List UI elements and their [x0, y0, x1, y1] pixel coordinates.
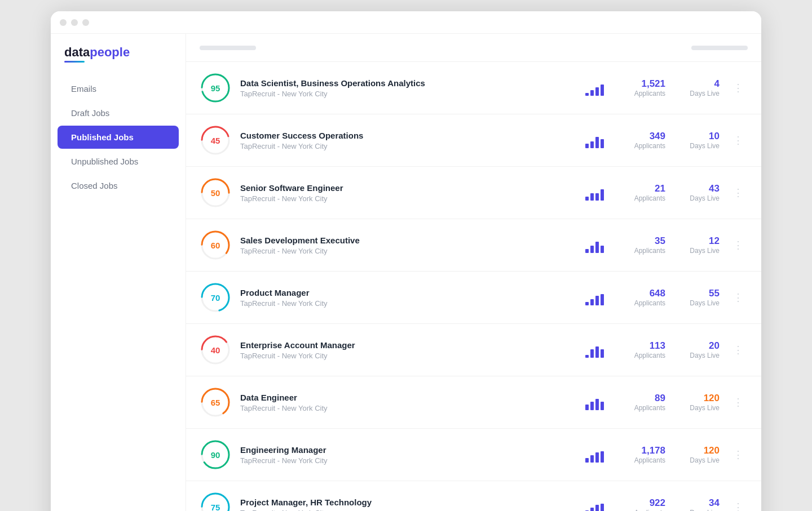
svg-rect-34	[595, 346, 599, 358]
job-row[interactable]: 45 Customer Success Operations TapRecrui…	[186, 114, 761, 167]
job-info: Senior Software Engineer TapRecruit - Ne…	[240, 183, 576, 203]
svg-rect-21	[590, 246, 594, 253]
days-count: 4	[674, 78, 720, 90]
chart-icon	[585, 447, 606, 463]
content-header	[186, 34, 761, 62]
jobs-list: 95 Data Scientist, Business Operations A…	[186, 62, 761, 511]
score-number: 95	[200, 72, 231, 104]
applicants-count: 35	[615, 235, 665, 247]
job-row[interactable]: 95 Data Scientist, Business Operations A…	[186, 62, 761, 114]
score-circle: 65	[200, 386, 231, 418]
days-count: 10	[674, 131, 720, 142]
title-bar-dot-3	[82, 19, 89, 26]
sidebar-item-emails[interactable]: Emails	[58, 77, 179, 100]
days-count: 20	[674, 340, 720, 352]
svg-rect-10	[595, 137, 599, 148]
logo-text: datapeople	[64, 45, 172, 60]
svg-rect-46	[595, 452, 599, 463]
job-info: Project Manager, HR Technology TapRecrui…	[240, 497, 576, 512]
sidebar-item-closed-jobs[interactable]: Closed Jobs	[58, 174, 179, 197]
menu-dots[interactable]: ⋮	[729, 79, 748, 96]
sidebar-item-draft-jobs[interactable]: Draft Jobs	[58, 101, 179, 125]
chart-icon	[585, 80, 606, 96]
chart-icon	[585, 499, 606, 511]
job-company: TapRecruit - New York City	[240, 352, 576, 360]
svg-rect-29	[601, 294, 604, 305]
job-info: Sales Development Executive TapRecruit -…	[240, 235, 576, 255]
svg-rect-26	[585, 302, 589, 305]
svg-rect-15	[590, 193, 594, 201]
menu-dots[interactable]: ⋮	[729, 499, 748, 511]
score-number: 45	[200, 125, 231, 156]
menu-dots[interactable]: ⋮	[729, 184, 748, 201]
days-col: 12 Days Live	[674, 235, 720, 255]
search-bar-placeholder	[200, 46, 256, 50]
days-count: 34	[674, 497, 720, 509]
score-circle: 95	[200, 72, 231, 104]
title-bar-dot-2	[71, 19, 78, 26]
job-info: Customer Success Operations TapRecruit -…	[240, 131, 576, 150]
days-label: Days Live	[674, 247, 720, 255]
job-company: TapRecruit - New York City	[240, 456, 576, 465]
svg-rect-33	[590, 349, 594, 358]
job-row[interactable]: 40 Enterprise Account Manager TapRecruit…	[186, 324, 761, 376]
logo: datapeople	[51, 45, 186, 76]
days-label: Days Live	[674, 90, 720, 97]
menu-dots[interactable]: ⋮	[729, 237, 748, 254]
days-col: 34 Days Live	[674, 497, 720, 511]
applicants-count: 648	[615, 288, 665, 299]
score-number: 70	[200, 282, 231, 313]
svg-rect-27	[590, 299, 594, 305]
score-circle: 90	[200, 439, 231, 470]
svg-rect-9	[590, 141, 594, 148]
job-row[interactable]: 65 Data Engineer TapRecruit - New York C…	[186, 376, 761, 429]
days-label: Days Live	[674, 404, 720, 412]
score-number: 40	[200, 334, 231, 366]
svg-rect-23	[601, 246, 604, 253]
job-company: TapRecruit - New York City	[240, 142, 576, 150]
sidebar-item-published-jobs[interactable]: Published Jobs	[58, 126, 179, 149]
applicants-count: 113	[615, 340, 665, 352]
chart-icon	[585, 237, 606, 253]
job-row[interactable]: 75 Project Manager, HR Technology TapRec…	[186, 481, 761, 511]
logo-underline	[64, 61, 85, 63]
score-circle: 75	[200, 491, 231, 511]
days-label: Days Live	[674, 509, 720, 511]
score-number: 75	[200, 491, 231, 511]
menu-dots[interactable]: ⋮	[729, 394, 748, 411]
svg-rect-22	[595, 242, 599, 253]
svg-rect-39	[590, 402, 594, 410]
menu-dots[interactable]: ⋮	[729, 289, 748, 306]
svg-rect-3	[590, 90, 594, 96]
job-row[interactable]: 50 Senior Software Engineer TapRecruit -…	[186, 167, 761, 219]
sidebar-item-unpublished-jobs[interactable]: Unpublished Jobs	[58, 150, 179, 173]
svg-rect-5	[601, 85, 604, 96]
svg-rect-2	[585, 93, 589, 96]
sidebar: datapeople EmailsDraft JobsPublished Job…	[51, 34, 186, 511]
svg-rect-53	[601, 504, 604, 511]
svg-rect-44	[585, 458, 589, 463]
applicants-count: 1,521	[615, 78, 665, 90]
applicants-col: 349 Applicants	[615, 131, 665, 150]
menu-dots[interactable]: ⋮	[729, 132, 748, 149]
job-row[interactable]: 60 Sales Development Executive TapRecrui…	[186, 219, 761, 272]
job-info: Data Engineer TapRecruit - New York City	[240, 393, 576, 412]
applicants-label: Applicants	[615, 509, 665, 511]
days-count: 55	[674, 288, 720, 299]
menu-dots[interactable]: ⋮	[729, 446, 748, 463]
days-count: 12	[674, 235, 720, 247]
svg-rect-40	[595, 399, 599, 410]
days-col: 120 Days Live	[674, 393, 720, 412]
score-circle: 50	[200, 177, 231, 208]
svg-rect-47	[601, 451, 604, 463]
days-label: Days Live	[674, 352, 720, 359]
job-row[interactable]: 90 Engineering Manager TapRecruit - New …	[186, 429, 761, 481]
svg-rect-32	[585, 355, 589, 358]
job-row[interactable]: 70 Product Manager TapRecruit - New York…	[186, 272, 761, 324]
filter-placeholder	[691, 46, 748, 50]
svg-rect-51	[590, 508, 594, 511]
days-label: Days Live	[674, 142, 720, 150]
menu-dots[interactable]: ⋮	[729, 341, 748, 358]
svg-rect-11	[601, 139, 604, 148]
applicants-col: 922 Applicants	[615, 497, 665, 511]
